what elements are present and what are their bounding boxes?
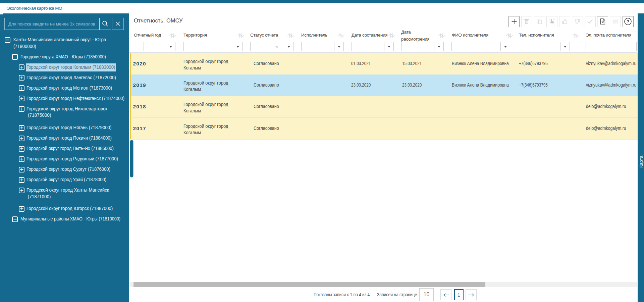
svg-text:?: ? <box>627 19 629 24</box>
